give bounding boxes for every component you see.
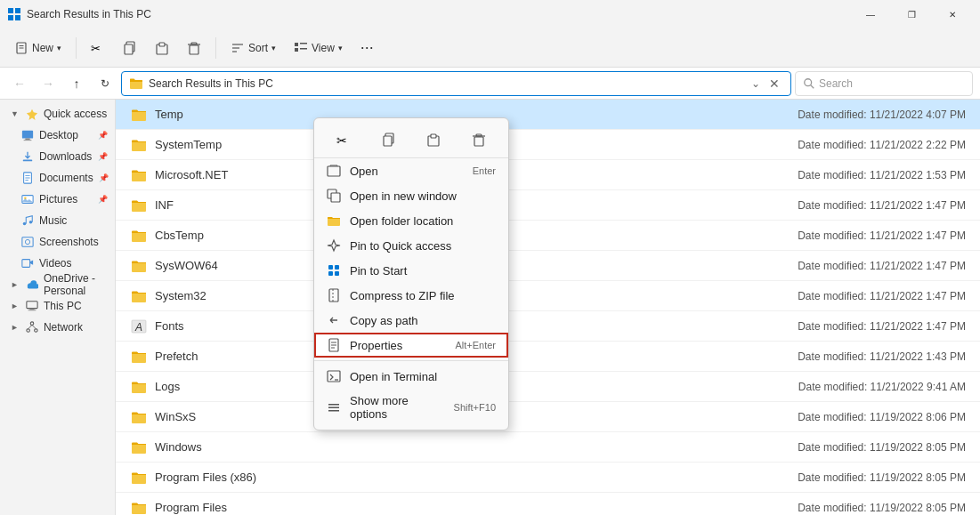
svg-rect-20: [295, 48, 298, 52]
file-item[interactable]: Microsoft.NET Date modified: 11/21/2022 …: [116, 160, 980, 190]
up-button[interactable]: ↑: [64, 71, 89, 96]
refresh-button[interactable]: ↻: [93, 71, 117, 96]
folder-icon: [130, 197, 148, 214]
address-dropdown-icon[interactable]: ⌄: [751, 77, 760, 90]
address-clear-icon[interactable]: ✕: [765, 75, 783, 93]
new-button[interactable]: New ▾: [7, 37, 69, 59]
address-text: Search Results in This PC: [149, 77, 746, 90]
cm-item-label: Open folder location: [350, 214, 496, 228]
view-chevron: ▾: [338, 44, 343, 52]
thispc-expand-icon[interactable]: ►: [11, 302, 19, 310]
open-icon: [327, 164, 341, 178]
new-window-icon: [327, 189, 341, 203]
delete-button[interactable]: [180, 37, 208, 59]
cm-item-label: Pin to Start: [350, 264, 496, 278]
restore-button[interactable]: ❒: [891, 0, 932, 28]
file-item[interactable]: SystemTemp Date modified: 11/21/2022 2:2…: [116, 130, 980, 160]
sidebar-item-pictures[interactable]: Pictures 📌: [0, 189, 115, 210]
context-menu-item-show-more-options[interactable]: Show more options Shift+F10: [314, 389, 508, 426]
network-expand-icon[interactable]: ►: [11, 323, 19, 332]
music-icon: [21, 214, 34, 227]
sidebar-item-documents[interactable]: Documents 📌: [0, 167, 115, 189]
file-item[interactable]: INF Date modified: 11/21/2022 1:47 PM: [116, 190, 980, 221]
context-menu-toolbar: ✂: [314, 122, 508, 158]
sort-label: Sort: [248, 42, 268, 54]
new-icon: [14, 41, 28, 55]
cut-button[interactable]: ✂: [84, 37, 112, 59]
svg-rect-41: [27, 302, 37, 309]
sidebar-screenshots-label: Screenshots: [39, 236, 99, 248]
view-button[interactable]: View ▾: [287, 37, 350, 59]
context-menu-item-pin-to-quick-access[interactable]: Pin to Quick access: [314, 233, 508, 258]
svg-rect-40: [22, 260, 30, 268]
context-menu-item-open-folder-location[interactable]: Open folder location: [314, 208, 508, 233]
context-menu-item-pin-to-start[interactable]: Pin to Start: [314, 258, 508, 283]
folder-icon: [130, 348, 148, 366]
window-icon: [7, 7, 21, 21]
svg-rect-3: [15, 15, 20, 20]
paste-button[interactable]: [148, 37, 176, 59]
file-item[interactable]: Program Files Date modified: 11/19/2022 …: [116, 493, 980, 515]
folder-icon: [130, 166, 148, 184]
ribbon-toolbar: New ▾ ✂ Sort ▾ View ▾ ···: [0, 28, 980, 68]
sidebar-item-downloads[interactable]: Downloads 📌: [0, 146, 115, 167]
close-button[interactable]: ✕: [932, 0, 973, 28]
context-menu-item-properties[interactable]: Properties Alt+Enter: [314, 333, 508, 358]
copy-button[interactable]: [116, 37, 144, 59]
sidebar-item-thispc[interactable]: ► This PC: [0, 295, 115, 317]
file-date: Date modified: 11/21/2022 4:07 PM: [798, 109, 966, 121]
sort-button[interactable]: Sort ▾: [223, 37, 283, 59]
onedrive-expand-icon[interactable]: ►: [11, 280, 19, 289]
file-item[interactable]: Prefetch Date modified: 11/21/2022 1:43 …: [116, 342, 980, 372]
folder-icon: [130, 469, 148, 487]
file-item[interactable]: CbsTemp Date modified: 11/21/2022 1:47 P…: [116, 221, 980, 251]
sidebar-item-screenshots[interactable]: Screenshots: [0, 231, 115, 253]
file-item[interactable]: SysWOW64 Date modified: 11/21/2022 1:47 …: [116, 251, 980, 281]
pin-icon: [327, 238, 341, 253]
address-field[interactable]: Search Results in This PC ⌄ ✕: [121, 71, 791, 96]
minimize-button[interactable]: ―: [850, 0, 891, 28]
svg-text:✂: ✂: [91, 42, 101, 55]
svg-rect-65: [328, 271, 333, 276]
context-menu-item-open[interactable]: Open Enter: [314, 158, 508, 183]
back-button[interactable]: ←: [7, 71, 32, 96]
cm-item-label: Show more options: [350, 394, 445, 421]
context-menu-item-copy-as-path[interactable]: Copy as path: [314, 308, 508, 333]
file-item[interactable]: A Fonts Date modified: 11/21/2022 1:47 P…: [116, 311, 980, 342]
sidebar-pictures-label: Pictures: [39, 193, 77, 205]
cm-copy-button[interactable]: [377, 127, 401, 152]
forward-button[interactable]: →: [36, 71, 61, 96]
sidebar-item-videos[interactable]: Videos: [0, 253, 115, 274]
file-item[interactable]: Program Files (x86) Date modified: 11/19…: [116, 463, 980, 493]
file-item[interactable]: WinSxS Date modified: 11/19/2022 8:06 PM: [116, 402, 980, 432]
cm-paste-button[interactable]: [421, 127, 446, 152]
file-date: Date modified: 11/21/2022 1:47 PM: [798, 290, 966, 302]
sidebar-quick-access[interactable]: ▼ Quick access: [0, 103, 115, 125]
context-menu-item-compress-to-zip-file[interactable]: Compress to ZIP file: [314, 283, 508, 308]
file-item[interactable]: System32 Date modified: 11/21/2022 1:47 …: [116, 281, 980, 311]
cm-cut-button[interactable]: ✂: [331, 127, 356, 152]
cm-delete-button[interactable]: [466, 127, 491, 152]
file-item[interactable]: Temp Date modified: 11/21/2022 4:07 PM: [116, 100, 980, 130]
sidebar-item-music[interactable]: Music: [0, 210, 115, 231]
file-item[interactable]: Logs Date modified: 11/21/2022 9:41 AM: [116, 372, 980, 402]
sidebar-desktop-label: Desktop: [39, 129, 78, 141]
svg-rect-43: [28, 310, 36, 310]
quick-access-expand-icon[interactable]: ▼: [11, 109, 19, 118]
title-bar-left: Search Results in This PC: [7, 7, 151, 21]
more-options-button[interactable]: ···: [353, 35, 381, 60]
sidebar-item-onedrive[interactable]: ► OneDrive - Personal: [0, 274, 115, 295]
network-icon: [26, 321, 38, 334]
search-field[interactable]: Search: [795, 71, 973, 96]
pin-start-icon: [327, 263, 341, 278]
svg-point-46: [35, 329, 38, 333]
context-menu-item-open-in-new-window[interactable]: Open in new window: [314, 183, 508, 208]
file-name: Windows: [155, 440, 798, 454]
sidebar-item-desktop[interactable]: Desktop 📌: [0, 125, 115, 146]
sidebar-item-network[interactable]: ► Network: [0, 317, 115, 338]
file-name: Program Files: [155, 501, 798, 514]
file-date: Date modified: 11/21/2022 9:41 AM: [798, 381, 966, 393]
file-item[interactable]: Windows Date modified: 11/19/2022 8:05 P…: [116, 432, 980, 463]
context-menu-item-open-in-terminal[interactable]: Open in Terminal: [314, 364, 508, 389]
svg-rect-14: [191, 43, 197, 44]
